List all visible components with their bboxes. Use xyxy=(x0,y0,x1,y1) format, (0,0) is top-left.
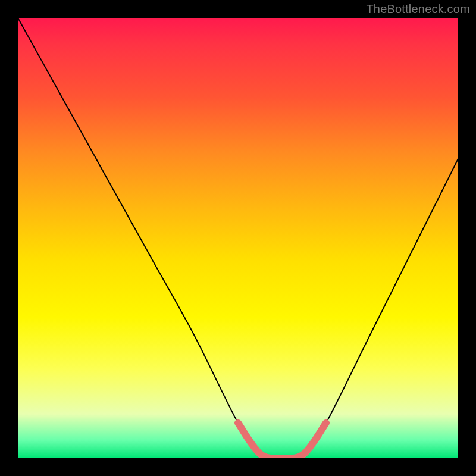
watermark-text: TheBottleneck.com xyxy=(366,2,470,16)
curve-line xyxy=(18,18,458,458)
chart-svg xyxy=(18,18,458,458)
highlight-segment xyxy=(238,423,326,458)
chart-frame: TheBottleneck.com xyxy=(0,0,476,476)
plot-area xyxy=(18,18,458,458)
